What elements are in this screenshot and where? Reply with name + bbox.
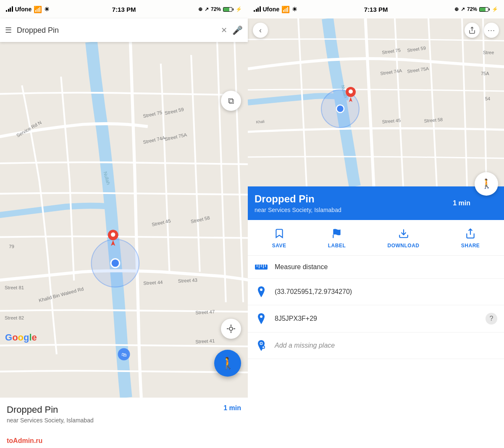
right-battery-pct: 72% xyxy=(467,6,477,12)
right-top-controls: ··· xyxy=(465,23,499,38)
walking-icon: 🚶 xyxy=(220,356,235,370)
pluscode-row[interactable]: 8J5JPX3F+29 ? xyxy=(248,305,504,333)
right-walk-button[interactable]: 🚶 xyxy=(475,172,498,196)
back-button[interactable]: ‹ xyxy=(253,23,268,38)
download-action[interactable]: DOWNLOAD xyxy=(388,227,420,249)
add-place-text: Add a missing place xyxy=(275,342,335,349)
compass-icon: ⊕ xyxy=(198,6,202,12)
right-status-left: Ufone 📶 ☀ xyxy=(254,5,297,13)
left-eta: 1 min xyxy=(223,404,241,412)
left-place-sub: near Services Society, Islamabad xyxy=(7,417,241,424)
svg-point-24 xyxy=(229,327,233,330)
left-status-time: 7:13 PM xyxy=(112,6,136,13)
right-status-time: 7:13 PM xyxy=(364,6,388,13)
menu-icon[interactable]: ☰ xyxy=(5,26,12,35)
label-action[interactable]: LABEL xyxy=(328,227,346,249)
svg-text:54: 54 xyxy=(485,96,490,101)
svg-text:Street 44: Street 44 xyxy=(143,280,163,286)
left-place-name: Dropped Pin xyxy=(7,404,241,415)
layers-icon: ⧉ xyxy=(228,96,234,106)
location-button[interactable] xyxy=(221,319,241,339)
right-status-bar: Ufone 📶 ☀ 7:13 PM ⊕ ↗ 72% ⚡ xyxy=(248,0,504,18)
left-watermark: tоAdmin.ru xyxy=(7,437,42,445)
right-walking-icon: 🚶 xyxy=(481,178,492,189)
right-carrier-name: Ufone xyxy=(263,6,280,13)
svg-text:75A: 75A xyxy=(481,71,489,76)
walk-fab[interactable]: 🚶 xyxy=(214,350,241,377)
right-location-icon: ↗ xyxy=(461,6,465,12)
right-compass-icon: ⊕ xyxy=(454,6,459,12)
share-map-button[interactable] xyxy=(465,23,480,38)
svg-point-55 xyxy=(260,288,262,291)
google-logo-o2: o xyxy=(18,332,24,343)
battery-pct-text: 72% xyxy=(211,6,221,12)
brightness-icon: ☀ xyxy=(44,6,50,13)
share-icon xyxy=(464,227,477,240)
left-status-left: Ufone 📶 ☀ xyxy=(6,5,50,13)
battery-icon xyxy=(223,7,234,12)
left-status-right: ⊕ ↗ 72% ⚡ xyxy=(198,6,242,12)
signal-icon xyxy=(6,6,13,13)
clear-icon[interactable]: ✕ xyxy=(221,26,227,35)
add-missing-place-row[interactable]: Add a missing place xyxy=(248,333,504,359)
google-logo-e: e xyxy=(32,332,37,343)
label-label: LABEL xyxy=(328,243,346,249)
left-map-canvas: Street 75 Street 59 Street 74A Street 75… xyxy=(0,42,248,398)
svg-point-23 xyxy=(111,232,115,236)
wifi-icon: 📶 xyxy=(34,5,42,13)
search-text[interactable]: Dropped Pin xyxy=(17,26,216,35)
right-panel: Ufone 📶 ☀ 7:13 PM ⊕ ↗ 72% ⚡ xyxy=(248,0,504,448)
left-status-bar: Ufone 📶 ☀ 7:13 PM ⊕ ↗ 72% ⚡ xyxy=(0,0,248,18)
coordinates-text: (33.7025951,72.9734270) xyxy=(275,288,352,296)
right-wifi-icon: 📶 xyxy=(281,5,290,13)
svg-text:Street 43: Street 43 xyxy=(178,278,198,283)
save-action[interactable]: SAVE xyxy=(272,227,286,249)
right-status-right: ⊕ ↗ 72% ⚡ xyxy=(454,6,498,12)
pluscode-text: 8J5JPX3F+29 xyxy=(275,315,317,322)
download-label: DOWNLOAD xyxy=(388,243,420,249)
left-bottom-info: Dropped Pin near Services Society, Islam… xyxy=(0,398,248,448)
svg-text:79: 79 xyxy=(9,244,14,249)
right-map-controls: ‹ ··· xyxy=(248,18,504,42)
right-battery-icon xyxy=(479,7,490,12)
svg-point-42 xyxy=(336,105,344,113)
place-header-subtitle: near Services Society, Islamabad xyxy=(255,207,497,213)
location-pin-icon xyxy=(255,286,268,297)
share-action[interactable]: SHARE xyxy=(461,227,480,249)
help-button[interactable]: ? xyxy=(486,313,497,325)
mic-icon[interactable]: 🎤 xyxy=(232,25,243,35)
place-header: Dropped Pin near Services Society, Islam… xyxy=(248,186,504,220)
google-logo-g2: g xyxy=(24,332,29,343)
right-brightness-icon: ☀ xyxy=(292,6,297,13)
measure-distance-row[interactable]: Measure distance xyxy=(248,256,504,279)
add-place-icon xyxy=(255,340,268,351)
svg-text:Street 41: Street 41 xyxy=(195,338,215,344)
google-logo-o1: o xyxy=(12,332,18,343)
bottom-sheet: Dropped Pin near Services Society, Islam… xyxy=(248,186,504,448)
right-signal-icon xyxy=(254,6,261,13)
left-map-area[interactable]: Street 75 Street 59 Street 74A Street 75… xyxy=(0,42,248,398)
left-panel: Ufone 📶 ☀ 7:13 PM ⊕ ↗ 72% ⚡ ☰ Dropped Pi… xyxy=(0,0,248,448)
layer-button[interactable]: ⧉ xyxy=(221,91,241,111)
search-bar[interactable]: ☰ Dropped Pin ✕ 🎤 xyxy=(0,18,248,42)
right-map-area[interactable]: Street 75 Street 59 Street 74A Street 75… xyxy=(248,18,504,186)
google-logo: G o o g l e xyxy=(5,332,37,343)
svg-point-44 xyxy=(349,89,353,94)
svg-text:Khali: Khali xyxy=(256,119,265,124)
location-status-icon: ↗ xyxy=(205,6,209,12)
label-icon xyxy=(330,227,344,240)
svg-text:Street 81: Street 81 xyxy=(5,285,24,290)
save-label: SAVE xyxy=(272,243,286,249)
coordinates-row[interactable]: (33.7025951,72.9734270) xyxy=(248,279,504,305)
my-location-icon xyxy=(226,324,236,334)
more-icon: ··· xyxy=(488,26,495,35)
more-options-button[interactable]: ··· xyxy=(484,23,499,38)
place-header-eta: 1 min xyxy=(453,199,470,207)
measure-distance-text: Measure distance xyxy=(275,263,328,271)
svg-point-21 xyxy=(111,259,120,267)
svg-text:Street 47: Street 47 xyxy=(195,309,215,315)
right-charging-icon: ⚡ xyxy=(492,6,498,12)
download-icon xyxy=(397,227,410,240)
save-icon xyxy=(273,227,286,240)
svg-text:Stree: Stree xyxy=(483,50,494,55)
